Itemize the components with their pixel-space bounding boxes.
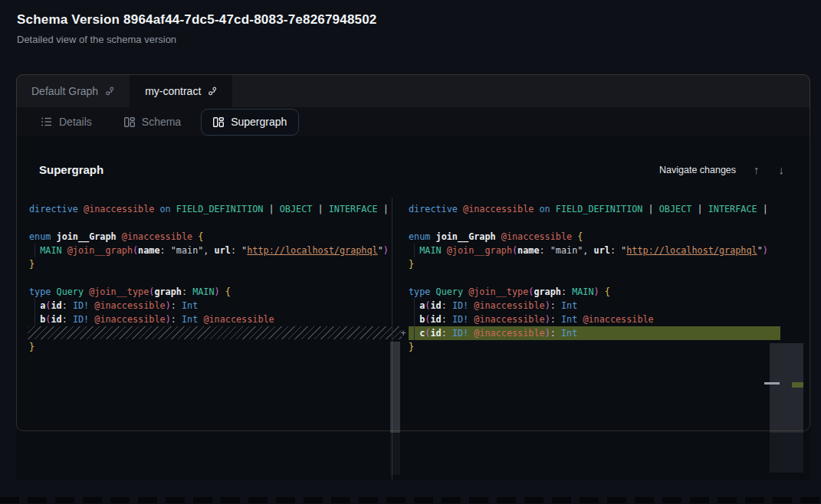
subtab-label: Supergraph <box>231 116 287 128</box>
schema-version-page: Schema Version 8964af44-7dc5-47cd-8083-7… <box>0 0 821 504</box>
tab-label: my-contract <box>145 85 201 97</box>
code-lines: directive @inaccessible on FIELD_DEFINIT… <box>393 198 810 354</box>
graph-variant-icon <box>105 87 114 96</box>
diff-added-marker: + <box>398 326 409 340</box>
columns-icon <box>124 117 135 127</box>
tab-default-graph[interactable]: Default Graph <box>16 74 130 107</box>
subtab-label: Schema <box>142 116 181 128</box>
columns-icon <box>213 117 224 127</box>
left-scrollbar-track[interactable] <box>390 433 400 475</box>
list-icon <box>41 117 52 126</box>
arrow-down-icon[interactable]: ↓ <box>777 164 787 175</box>
tab-my-contract[interactable]: my-contract <box>130 74 232 107</box>
tab-schema[interactable]: Schema <box>112 109 193 136</box>
variant-tab-bar: Default Graph my-contract <box>16 74 810 107</box>
tab-supergraph[interactable]: Supergraph <box>201 109 299 136</box>
navigate-changes: Navigate changes ↑ ↓ <box>659 164 786 175</box>
indent-guide <box>414 299 415 340</box>
minimap-added-mark <box>792 382 803 388</box>
minimap-slider[interactable] <box>770 343 803 433</box>
left-scrollbar-thumb[interactable] <box>390 342 400 433</box>
indent-guide <box>34 299 35 326</box>
subtab-label: Details <box>59 116 92 128</box>
navigate-changes-label: Navigate changes <box>659 165 736 175</box>
arrow-up-icon[interactable]: ↑ <box>752 164 761 175</box>
diff-removed-placeholder <box>28 326 402 339</box>
minimap-cursor-mark <box>764 382 780 385</box>
diff-pane-right[interactable]: directive @inaccessible on FIELD_DEFINIT… <box>393 198 810 480</box>
page-subtitle: Detailed view of the schema version <box>17 34 176 45</box>
panel-heading: Supergraph <box>39 163 103 176</box>
tab-label: Default Graph <box>31 85 98 97</box>
indent-guide <box>34 244 35 257</box>
page-title: Schema Version 8964af44-7dc5-47cd-8083-7… <box>17 12 377 28</box>
minimap-slider-tail <box>770 433 803 473</box>
tab-details[interactable]: Details <box>29 109 104 136</box>
view-tab-bar: Details Schema Supergraph <box>16 107 810 136</box>
bottom-dashed-line <box>0 497 821 503</box>
indent-guide <box>414 244 415 257</box>
graph-variant-icon <box>208 87 217 96</box>
